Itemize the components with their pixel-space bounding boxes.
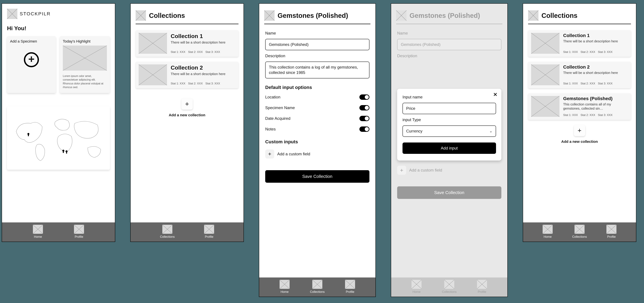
option-label: Notes (265, 127, 276, 131)
bottom-nav: Home Collections Profile (523, 222, 636, 242)
nav-profile[interactable]: Profile (606, 225, 616, 239)
page-header: Collections (523, 10, 636, 21)
collection-stat: Stat 1: XXX (171, 50, 186, 54)
nav-collections-label: Collections (310, 290, 325, 294)
option-row-notes: Notes (265, 125, 370, 133)
nav-home-label: Home (34, 235, 42, 239)
nav-profile-icon (204, 225, 214, 234)
collection-description: There will be a short description here (171, 72, 236, 76)
nav-profile[interactable]: Profile (74, 225, 84, 239)
nav-home-icon (542, 225, 553, 234)
collection-stat: Stat 1: XXX (563, 82, 578, 85)
toggle-notes[interactable] (360, 126, 370, 132)
name-input: Gemstones (Polished) (397, 39, 501, 50)
option-label: Specimen Name (265, 105, 295, 110)
nav-profile-label: Profile (478, 290, 486, 294)
screen-collections: Collections Collection 1There will be a … (130, 3, 244, 242)
svg-rect-3 (63, 150, 64, 153)
option-label: Location (265, 95, 280, 99)
nav-collections-icon (444, 280, 454, 289)
toggle-location[interactable] (360, 94, 370, 100)
highlight-blurb: Lorem ipsum odor amet, consectetuer adip… (63, 74, 107, 89)
add-custom-field-row[interactable]: + Add a custom field (265, 149, 370, 159)
collection-stat: Stat 3: XXX (598, 50, 612, 54)
brand-name: STOCKPILR (20, 11, 50, 16)
highlight-title: Today's Highlight (63, 39, 107, 43)
nav-home[interactable]: Home (280, 280, 290, 294)
description-label: Description (265, 53, 370, 58)
description-input[interactable]: This collection contains a log of all my… (265, 61, 370, 78)
header-icon (528, 10, 538, 21)
name-label: Name (397, 31, 501, 35)
add-collection-button[interactable]: + (182, 98, 193, 110)
nav-home-label: Home (280, 290, 288, 294)
add-specimen-card[interactable]: Add a Specimen + (7, 36, 56, 93)
collection-stat: Stat 3: XXX (598, 113, 612, 117)
bottom-nav: Collections Profile (130, 222, 244, 242)
nav-home-label: Home (412, 290, 420, 294)
screen-edit-collection: Gemstones (Polished) Name Gemstones (Pol… (259, 3, 376, 297)
plus-icon: + (397, 166, 406, 175)
collection-description: This collection contains all of my gemst… (563, 102, 628, 111)
add-collection-button[interactable]: + (574, 125, 585, 136)
nav-home[interactable]: Home (542, 225, 553, 239)
nav-collections[interactable]: Collections (572, 225, 587, 239)
collection-stat: Stat 2: XXX (188, 82, 203, 85)
highlight-image-icon (63, 45, 107, 71)
page-title: Collections (149, 12, 185, 19)
collection-card[interactable]: Gemstones (Polished)This collection cont… (528, 93, 631, 120)
collection-stat: Stat 2: XXX (580, 82, 595, 85)
modal-add-input-button[interactable]: Add input (402, 142, 496, 154)
svg-rect-5 (66, 151, 67, 154)
collection-stat: Stat 2: XXX (580, 113, 595, 117)
name-input[interactable]: Gemstones (Polished) (265, 39, 370, 50)
add-input-modal: ✕ Input name Price input Type Currency ⌄… (397, 89, 501, 161)
collection-stat: Stat 2: XXX (580, 50, 595, 54)
option-label: Date Acquired (265, 116, 290, 121)
collection-description: There will be a short description here (563, 71, 628, 75)
nav-home-label: Home (544, 235, 552, 239)
page-header: Gemstones (Polished) (391, 10, 508, 21)
modal-type-select[interactable]: Currency ⌄ (402, 125, 496, 137)
close-icon[interactable]: ✕ (493, 92, 497, 97)
collection-card[interactable]: Collection 1There will be a short descri… (528, 30, 631, 57)
collection-title: Collection 2 (563, 64, 628, 70)
greeting-text: Hi You! (7, 25, 110, 31)
defaults-title: Default input options (265, 85, 370, 90)
collection-card[interactable]: Collection 2There will be a short descri… (136, 62, 238, 88)
nav-collections-icon (574, 225, 584, 234)
brand-logo-icon (7, 9, 17, 19)
name-label: Name (265, 31, 370, 35)
collection-stat: Stat 1: XXX (171, 82, 186, 85)
save-collection-button[interactable]: Save Collection (265, 170, 370, 183)
nav-collections-label: Collections (442, 290, 456, 294)
nav-profile-icon (477, 280, 487, 289)
nav-collections[interactable]: Collections (160, 225, 175, 239)
collection-title: Collection 2 (171, 64, 236, 71)
screen-collections-3: Collections Collection 1There will be a … (523, 3, 636, 242)
nav-collections: Collections (442, 280, 456, 294)
nav-home: Home (412, 280, 422, 294)
nav-home-icon (33, 225, 43, 234)
nav-collections-label: Collections (160, 235, 175, 239)
nav-profile-icon (74, 225, 84, 234)
modal-name-input[interactable]: Price (402, 103, 496, 114)
plus-circle-icon: + (24, 52, 39, 67)
collection-card[interactable]: Collection 1There will be a short descri… (136, 30, 238, 57)
collection-stat: Stat 2: XXX (188, 50, 203, 54)
nav-profile[interactable]: Profile (204, 225, 214, 239)
toggle-date[interactable] (360, 116, 370, 121)
page-header: Collections (130, 10, 244, 21)
collection-thumb-icon (531, 96, 560, 117)
collection-title: Collection 1 (171, 33, 236, 39)
add-collection-label: Add a new collection (169, 113, 206, 117)
collection-thumb-icon (531, 33, 560, 54)
nav-profile[interactable]: Profile (345, 280, 355, 294)
world-map-icon (10, 109, 107, 167)
world-map-card[interactable] (7, 106, 110, 170)
toggle-specimen[interactable] (360, 105, 370, 110)
highlight-card[interactable]: Today's Highlight Lorem ipsum odor amet,… (60, 36, 110, 93)
nav-collections[interactable]: Collections (310, 280, 325, 294)
collection-card[interactable]: Collection 2There will be a short descri… (528, 62, 631, 88)
nav-home[interactable]: Home (33, 225, 43, 239)
